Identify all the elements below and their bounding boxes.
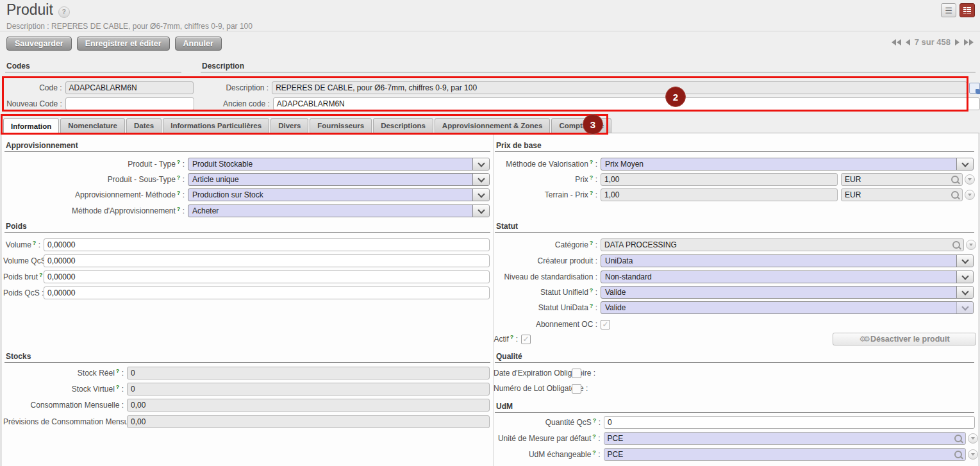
produit-sous-type-row: Produit - Sous-Type? : Article unique <box>3 173 494 186</box>
categorie-field[interactable]: DATA PROCESSING <box>601 238 964 251</box>
tab-descriptions[interactable]: Descriptions <box>373 118 433 133</box>
next-page-icon[interactable] <box>955 39 959 46</box>
statut-unidata-row: Statut UniData? : Valide <box>494 301 978 314</box>
list-view-button[interactable]: ☰ <box>941 3 956 17</box>
udm-echangeable-field[interactable]: PCE <box>604 448 966 461</box>
terrain-prix-currency-field[interactable]: EUR <box>841 188 963 201</box>
niveau-standardisation-row: Niveau de standardisation : Non-standard <box>494 270 978 283</box>
view-switcher: ☰ <box>941 3 975 17</box>
annotation-badge-3: 3 <box>583 114 603 135</box>
right-column: Prix de base Méthode de Valorisation? : … <box>493 133 978 466</box>
produit-sous-type-select[interactable]: Article unique <box>188 173 490 186</box>
annotation-badge-2: 2 <box>665 87 686 107</box>
field-help-icon: ? <box>590 190 594 196</box>
description-section-title: Description <box>201 62 976 72</box>
approvisionnement-methode-select[interactable]: Production sur Stock <box>188 188 490 201</box>
chevron-down-icon[interactable] <box>472 158 489 170</box>
cancel-button[interactable]: Annuler <box>175 37 222 51</box>
createur-produit-row: Créateur produit : UniData <box>494 254 978 267</box>
old-code-field[interactable]: ADAPCABLARM6N <box>273 97 980 110</box>
quantite-qcs-row: Quantité QcS? : 0 <box>494 416 978 429</box>
tab-informations-particulieres[interactable]: Informations Particulières <box>163 118 269 133</box>
volume-row: Volume? : 0,00000 <box>3 238 494 251</box>
field-help-icon: ? <box>590 174 594 181</box>
field-help-icon: ? <box>510 334 514 340</box>
last-page-icon[interactable] <box>964 39 974 46</box>
poids-section-title: Poids <box>4 222 490 233</box>
tab-dates[interactable]: Dates <box>126 118 162 133</box>
left-column: Approvisionnement Produit - Type? : Prod… <box>3 133 494 466</box>
methode-approvisionnement-select[interactable]: Acheter <box>188 204 490 217</box>
unite-mesure-field[interactable]: PCE <box>604 432 966 445</box>
numero-lot-row: Numéro de Lot Obligatoire : <box>494 382 978 395</box>
udm-section-title: UdM <box>495 402 974 413</box>
tab-divers[interactable]: Divers <box>270 118 308 133</box>
pcm-field: 0,00 <box>127 415 490 428</box>
field-help-icon: ? <box>593 417 597 424</box>
stock-reel-row: Stock Réel? : 0 <box>3 367 494 379</box>
previous-page-icon[interactable] <box>906 39 910 46</box>
search-icon[interactable] <box>954 435 962 442</box>
code-field[interactable]: ADAPCABLARM6N <box>65 81 194 94</box>
poids-qcs-field[interactable]: 0,00000 <box>44 287 490 299</box>
page-counter: 7 sur 458 <box>915 37 951 47</box>
unite-mesure-row: Unité de Mesure par défaut? : PCE <box>494 432 978 445</box>
numero-lot-checkbox[interactable] <box>572 384 581 394</box>
methode-valorisation-select[interactable]: Prix Moyen <box>601 158 974 171</box>
tab-nomenclature[interactable]: Nomenclature <box>60 118 125 133</box>
categorie-dropdown-icon[interactable] <box>966 240 976 250</box>
description-label: Description : <box>201 83 272 92</box>
tab-information[interactable]: Information <box>3 118 59 134</box>
udm-dropdown-icon[interactable] <box>968 433 978 444</box>
terrain-prix-field: 1,00 <box>601 188 838 201</box>
tab-fournisseurs[interactable]: Fournisseurs <box>310 118 372 133</box>
description-field[interactable]: REPERES DE CABLE, pour Ø6-7mm, chiffres … <box>272 81 967 94</box>
header-divider <box>0 31 980 31</box>
volume-field[interactable]: 0,00000 <box>44 238 490 251</box>
stocks-section-title: Stocks <box>4 352 490 363</box>
volume-qcs-field[interactable]: 0,00000 <box>44 254 490 267</box>
stock-reel-field: 0 <box>127 367 490 379</box>
translate-icon[interactable] <box>969 83 980 94</box>
save-button[interactable]: Sauvegarder <box>6 37 72 51</box>
poids-brut-field[interactable]: 0,00000 <box>44 270 490 283</box>
search-icon[interactable] <box>952 241 960 249</box>
chevron-down-icon[interactable] <box>472 205 489 217</box>
chevron-down-icon[interactable] <box>956 255 973 267</box>
search-icon[interactable] <box>954 451 962 458</box>
first-page-icon[interactable] <box>892 39 901 46</box>
createur-produit-select[interactable]: UniData <box>601 254 974 267</box>
form-view-button[interactable] <box>959 3 975 17</box>
field-help-icon: ? <box>592 433 596 440</box>
search-icon[interactable] <box>951 191 959 199</box>
page-title: Produit <box>6 1 53 19</box>
chevron-down-icon[interactable] <box>956 158 973 170</box>
prix-currency-field[interactable]: EUR <box>841 173 963 186</box>
chevron-down-icon[interactable] <box>472 189 489 201</box>
new-code-field[interactable] <box>65 97 194 110</box>
search-icon[interactable] <box>951 176 959 183</box>
deactivate-product-button[interactable]: ⚙⚙ Désactiver le produit <box>833 333 976 345</box>
date-expiration-checkbox[interactable] <box>572 369 581 378</box>
niveau-standardisation-select[interactable]: Non-standard <box>601 270 974 283</box>
actif-checkbox: ✓ <box>521 335 531 344</box>
tab-approvisionnement-zones[interactable]: Approvisionnement & Zones <box>435 118 551 133</box>
prix-de-base-section-title: Prix de base <box>495 141 974 152</box>
field-help-icon: ? <box>177 174 181 181</box>
produit-type-select[interactable]: Produit Stockable <box>188 158 490 171</box>
old-code-label: Ancien code : <box>202 99 273 108</box>
currency-dropdown-icon[interactable] <box>965 174 975 185</box>
chevron-down-icon[interactable] <box>956 287 973 298</box>
statut-unifield-select[interactable]: Valide <box>601 286 974 299</box>
currency-dropdown-icon[interactable] <box>965 190 975 200</box>
record-description: Description : REPERES DE CABLE, pour Ø6-… <box>6 22 253 31</box>
chevron-down-icon[interactable] <box>956 271 973 283</box>
new-code-label: Nouveau Code : <box>0 99 65 108</box>
methode-approvisionnement-row: Méthode d'Approvisionnement? : Acheter <box>3 204 494 217</box>
chevron-down-icon[interactable] <box>472 174 489 185</box>
save-and-edit-button[interactable]: Enregistrer et éditer <box>77 37 170 51</box>
field-help-icon: ? <box>590 159 594 165</box>
udm-dropdown-icon[interactable] <box>968 449 978 460</box>
quantite-qcs-field[interactable]: 0 <box>604 416 975 429</box>
field-help-icon: ? <box>33 240 37 246</box>
